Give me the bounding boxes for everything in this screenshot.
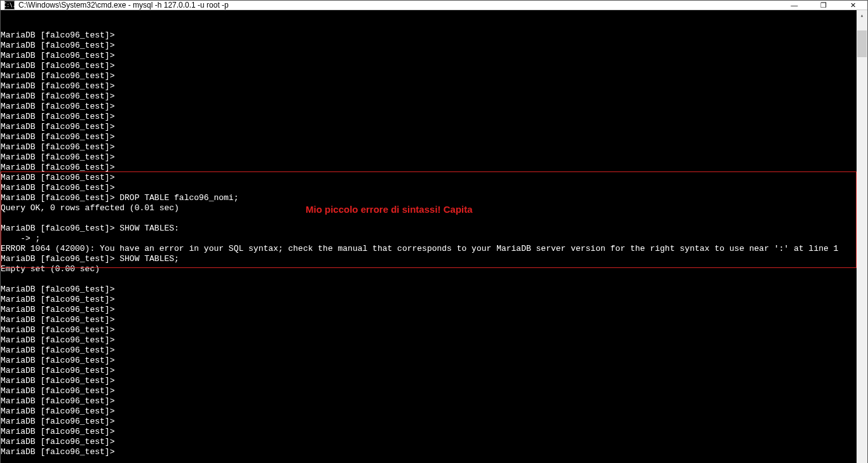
titlebar[interactable]: C:\. C:\Windows\System32\cmd.exe - mysql… bbox=[1, 1, 867, 10]
vertical-scrollbar[interactable]: ▴ ▾ bbox=[857, 10, 867, 463]
window-controls: — ❐ ✕ bbox=[780, 1, 867, 10]
scroll-up-arrow[interactable]: ▴ bbox=[857, 10, 867, 21]
window-title: C:\Windows\System32\cmd.exe - mysql -h 1… bbox=[18, 1, 780, 10]
cmd-icon: C:\. bbox=[4, 1, 15, 10]
cmd-window: C:\. C:\Windows\System32\cmd.exe - mysql… bbox=[0, 0, 868, 463]
maximize-button[interactable]: ❐ bbox=[809, 1, 838, 10]
minimize-button[interactable]: — bbox=[780, 1, 809, 10]
close-button[interactable]: ✕ bbox=[838, 1, 867, 10]
terminal-output[interactable]: MariaDB [falco96_test]> MariaDB [falco96… bbox=[1, 10, 857, 463]
terminal-text: MariaDB [falco96_test]> MariaDB [falco96… bbox=[1, 30, 857, 457]
body-area: MariaDB [falco96_test]> MariaDB [falco96… bbox=[1, 10, 867, 463]
scroll-thumb[interactable] bbox=[857, 30, 867, 57]
